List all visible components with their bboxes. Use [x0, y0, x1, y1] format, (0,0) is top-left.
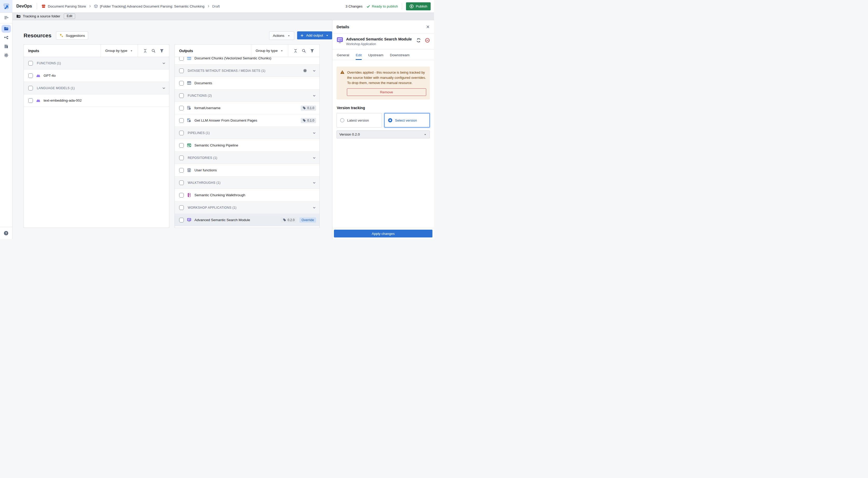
group-row[interactable]: DATASETS WITHOUT SCHEMAS / MEDIA SETS (1… [175, 65, 319, 77]
tab-downstream[interactable]: Downstream [390, 53, 410, 60]
row-checkbox[interactable] [28, 73, 33, 78]
row-checkbox[interactable] [179, 106, 184, 110]
resource-row[interactable]: Semantic Chunking Pipeline [175, 139, 319, 152]
row-checkbox[interactable] [179, 193, 184, 197]
select-version-option[interactable]: Select version [384, 113, 430, 128]
chevron-down-icon[interactable] [312, 131, 316, 135]
group-row[interactable]: REPOSITORIES (1) [175, 152, 319, 164]
group-row[interactable]: WALKTHROUGHS (1) [175, 177, 319, 189]
chevron-down-icon[interactable] [312, 206, 316, 210]
divider [332, 60, 434, 60]
search-icon[interactable] [151, 49, 156, 53]
edit-tracking-button[interactable]: Edit [64, 13, 75, 19]
help-icon[interactable]: ? [4, 231, 8, 235]
row-checkbox[interactable] [28, 61, 33, 66]
close-icon[interactable] [426, 25, 430, 29]
resource-row[interactable]: GPT-4o [24, 69, 169, 82]
sidebar-item-library[interactable] [0, 42, 12, 51]
breadcrumb-item-draft[interactable]: Draft [212, 4, 220, 8]
group-row[interactable]: WORKSHOP APPLICATIONS (1) [175, 201, 319, 214]
suggestions-button[interactable]: Suggestions [56, 31, 88, 40]
chevron-down-icon[interactable] [162, 61, 166, 65]
tracking-bar: Tracking a source folder Edit [12, 12, 434, 20]
row-checkbox[interactable] [28, 98, 33, 103]
sidebar-item-menu[interactable] [0, 13, 12, 22]
tab-upstream[interactable]: Upstream [368, 53, 383, 60]
outputs-panel: Outputs Group by type Document Chunks (V… [175, 44, 320, 228]
resource-row[interactable]: formatUsername0.1.0 [175, 102, 319, 114]
row-checkbox[interactable] [179, 218, 184, 222]
filter-icon[interactable] [310, 49, 314, 53]
version-badge: 0.1.0 [301, 118, 316, 123]
version-select-dropdown[interactable]: Version 0.2.0 [337, 130, 430, 138]
publish-button[interactable]: Publish [406, 2, 431, 10]
override-badge: Override [300, 218, 316, 223]
chevron-down-icon[interactable] [312, 156, 316, 160]
resource-row[interactable]: Advanced Semantic Search Module0.2.0Over… [175, 214, 319, 226]
row-checkbox[interactable] [179, 118, 184, 123]
lineage-icon [4, 35, 8, 40]
topbar-right: 3 Changes Ready to publish Publish [346, 2, 434, 10]
tag-icon [283, 218, 286, 222]
breadcrumb-label[interactable]: Draft [212, 4, 220, 8]
radio-selected[interactable] [388, 118, 392, 122]
outputs-group-by-dropdown[interactable]: Group by type [251, 44, 288, 57]
group-row[interactable]: FUNCTIONS (2) [175, 89, 319, 102]
filter-icon[interactable] [160, 49, 164, 53]
row-checkbox[interactable] [179, 143, 184, 148]
row-checkbox[interactable] [179, 181, 184, 185]
inputs-group-by-dropdown[interactable]: Group by type [101, 44, 138, 57]
row-checkbox[interactable] [179, 57, 184, 61]
chevron-down-icon[interactable] [312, 94, 316, 97]
group-label: WORKSHOP APPLICATIONS (1) [188, 206, 237, 210]
remove-resource-icon[interactable] [425, 38, 430, 43]
sidebar-item-resources[interactable] [0, 24, 12, 33]
sync-icon[interactable] [416, 38, 421, 43]
devops-logo[interactable] [0, 0, 12, 12]
row-checkbox[interactable] [179, 93, 184, 98]
apply-changes-button[interactable]: Apply changes [334, 230, 432, 237]
media-set-icon [187, 81, 191, 85]
radio-unselected[interactable] [340, 118, 344, 122]
resource-row[interactable]: Get LLM Answer From Document Pages0.1.0 [175, 114, 319, 127]
resource-row[interactable]: text-embedding-ada-002 [24, 94, 169, 107]
breadcrumb-label[interactable]: [Folder Tracking] Advanced Document Pars… [100, 4, 205, 8]
group-row[interactable]: PIPELINES (1) [175, 127, 319, 139]
tab-edit[interactable]: Edit [356, 53, 362, 60]
breadcrumb-item-folder[interactable]: [Folder Tracking] Advanced Document Pars… [94, 4, 205, 8]
group-gear-icon[interactable] [303, 69, 307, 72]
collapse-all-icon[interactable] [143, 49, 147, 53]
resource-label: Get LLM Answer From Document Pages [194, 119, 257, 122]
row-checkbox[interactable] [28, 86, 33, 91]
sidebar-item-settings[interactable] [0, 51, 12, 60]
breadcrumb-item-store[interactable]: Document Parsing Store [41, 4, 86, 8]
chevron-down-icon[interactable] [312, 69, 316, 72]
sidebar-item-lineage[interactable] [0, 33, 12, 42]
changes-count[interactable]: 3 Changes [346, 4, 363, 8]
chevron-down-icon[interactable] [162, 86, 166, 90]
collapse-all-icon[interactable] [293, 49, 298, 53]
tab-general[interactable]: General [337, 53, 349, 60]
group-row[interactable]: LANGUAGE MODELS (1) [24, 82, 169, 94]
row-checkbox[interactable] [179, 156, 184, 160]
chevron-down-icon[interactable] [312, 181, 316, 185]
row-checkbox[interactable] [179, 81, 184, 86]
inputs-tools [138, 44, 169, 57]
remove-button[interactable]: Remove [347, 88, 426, 96]
breadcrumb-label[interactable]: Document Parsing Store [48, 4, 86, 8]
latest-version-option[interactable]: Latest version [337, 113, 382, 128]
actions-button[interactable]: Actions [269, 31, 294, 40]
resource-row[interactable]: Documents [175, 77, 319, 89]
group-row[interactable]: FUNCTIONS (1) [24, 57, 169, 69]
row-checkbox[interactable] [179, 68, 184, 73]
resource-row[interactable]: Semantic Chunking Walkthrough [175, 189, 319, 201]
row-checkbox[interactable] [179, 168, 184, 173]
actions-cluster: Actions Add output [269, 31, 332, 40]
row-checkbox[interactable] [179, 205, 184, 210]
resource-row[interactable]: Document Chunks (Vectorized Semantic Chu… [175, 57, 319, 65]
plus-icon [300, 34, 304, 37]
resource-row[interactable]: User functions [175, 164, 319, 177]
add-output-button[interactable]: Add output [297, 31, 332, 39]
search-icon[interactable] [302, 49, 306, 53]
row-checkbox[interactable] [179, 131, 184, 135]
